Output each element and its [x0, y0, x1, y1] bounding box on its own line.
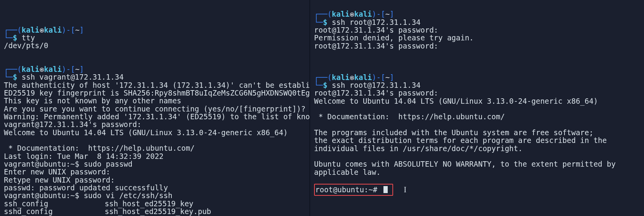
motd-line: The programs included with the Ubuntu sy… — [314, 128, 594, 137]
passwd-line: passwd: password updated successfully — [4, 183, 168, 192]
tab-complete-col2: ssh_host_ed25519_key ssh_host_ed25519_ke… — [105, 200, 217, 216]
cmd-ssh-root-2: ssh root@172.31.1.34 — [332, 81, 421, 89]
kali-prompt: ┌──(kali㉿kali)-[~] — [314, 10, 394, 18]
tab-complete-col1: ssh_config sshd_config ssh_host_dsa_key … — [4, 200, 105, 216]
last-login: Last login: Tue Mar 8 14:32:39 2022 — [4, 152, 164, 160]
motd-line: applicable law. — [314, 168, 381, 176]
tty-output: /dev/pts/0 — [4, 41, 48, 50]
cmd-sudo-vi: vagrant@ubuntu:~$ sudo vi /etc/ssh/ssh — [4, 191, 173, 200]
skull-icon: ㉿ — [350, 12, 354, 17]
terminal-pane-left[interactable]: ┌──(kali㉿kali)-[~] └─$ tty /dev/pts/0 ┌─… — [0, 0, 310, 216]
motd-line: the exact distribution terms for each pr… — [314, 136, 607, 145]
kali-prompt-line2: └─$ — [4, 33, 17, 42]
ubuntu-welcome: Welcome to Ubuntu 14.04 LTS (GNU/Linux 3… — [4, 128, 288, 137]
ssh-password-prompt: root@172.31.1.34's password: — [314, 26, 438, 34]
ssh-auth-line: Warning: Permanently added '172.31.1.34'… — [4, 112, 310, 121]
text-caret-icon: I — [404, 186, 407, 194]
skull-icon: ㉿ — [40, 28, 44, 33]
cmd-ssh-root: ssh root@172.31.1.34 — [332, 18, 421, 26]
ubuntu-doc-link: * Documentation: https://help.ubuntu.com… — [4, 144, 195, 152]
passwd-line: Enter new UNIX password: — [4, 167, 110, 176]
cmd-tty: tty — [22, 33, 35, 42]
kali-prompt-line2: └─$ — [314, 18, 327, 26]
passwd-line: Retype new UNIX password: — [4, 176, 115, 184]
skull-icon: ㉿ — [40, 67, 44, 72]
root-shell-prompt[interactable]: root@ubuntu:~# — [315, 185, 382, 194]
terminal-pane-right[interactable]: ┌──(kali㉿kali)-[~] └─$ ssh root@172.31.1… — [310, 0, 644, 216]
ssh-password-prompt: root@172.31.1.34's password: — [314, 89, 438, 97]
ubuntu-doc-link: * Documentation: https://help.ubuntu.com… — [314, 112, 505, 121]
terminal-cursor-icon — [383, 186, 388, 193]
ssh-auth-line: This key is not known by any other names — [4, 96, 181, 105]
motd-line: individual files in /usr/share/doc/*/cop… — [314, 144, 523, 153]
ssh-password-prompt: root@172.31.1.34's password: — [314, 42, 438, 50]
skull-icon: ㉿ — [350, 75, 354, 80]
highlight-root-prompt: root@ubuntu:~# — [314, 184, 393, 195]
kali-prompt-line2: └─$ — [314, 81, 327, 89]
ssh-denied: Permission denied, please try again. — [314, 33, 474, 42]
kali-prompt: ┌──(kali㉿kali)-[~] — [4, 26, 84, 34]
ssh-auth-line: ED25519 key fingerprint is SHA256:Rpy8sh… — [4, 89, 310, 97]
kali-prompt: ┌──(kali㉿kali)-[~] — [4, 65, 84, 73]
ssh-password-prompt: vagrant@172.31.1.34's password: — [4, 120, 142, 129]
kali-prompt: ┌──(kali㉿kali)-[~] — [314, 73, 394, 82]
tab-complete-col3: ssh_host_rsa_key — [217, 200, 288, 216]
cmd-ssh-vagrant: ssh vagrant@172.31.1.34 — [22, 73, 124, 81]
ssh-auth-line: The authenticity of host '172.31.1.34 (1… — [4, 81, 310, 89]
tmux-workspace: ┌──(kali㉿kali)-[~] └─$ tty /dev/pts/0 ┌─… — [0, 0, 644, 216]
kali-prompt-line2: └─$ — [4, 73, 17, 81]
cmd-sudo-passwd: vagrant@ubuntu:~$ sudo passwd — [4, 160, 133, 168]
ssh-auth-line: Are you sure you want to continue connec… — [4, 105, 310, 113]
motd-line: Ubuntu comes with ABSOLUTELY NO WARRANTY… — [314, 160, 616, 168]
ubuntu-welcome: Welcome to Ubuntu 14.04 LTS (GNU/Linux 3… — [314, 97, 598, 105]
